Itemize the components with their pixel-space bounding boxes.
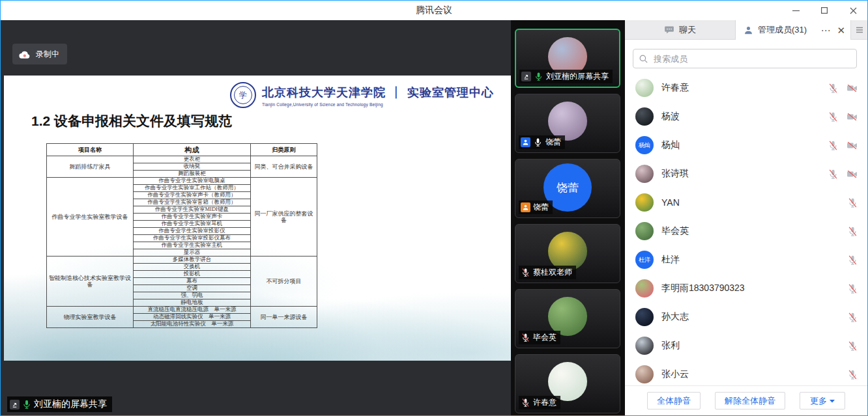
participant-filmstrip: 刘亚楠的屏幕共享 饶蕾饶蕾 饶蕾 蔡桂双老师 毕会英 许春意 <box>511 20 625 415</box>
table-row: 智能制造核心技术实验室教学设备多媒体教学讲台不可拆分项目 <box>47 257 317 264</box>
member-list[interactable]: 许春意 杨波 杨灿 杨灿 张诗琪 <box>625 74 867 385</box>
member-name: 杜洋 <box>661 254 680 266</box>
participant-tile[interactable]: 刘亚楠的屏幕共享 <box>515 29 620 88</box>
member-row[interactable]: YAN <box>625 188 867 217</box>
avatar <box>635 107 654 126</box>
member-name: 杨灿 <box>661 139 680 151</box>
mic-muted-icon[interactable] <box>847 197 858 208</box>
member-row[interactable]: 李明雨18303790323 <box>625 274 867 303</box>
panel-footer: 全体静音 解除全体静音 更多 <box>625 385 867 415</box>
camera-muted-icon[interactable] <box>846 83 858 94</box>
slide-table-header-row: 项目名称构成归类原则 <box>47 144 317 156</box>
component-cell: 作曲专业学生实验室声卡（教师用） <box>134 192 251 199</box>
participant-tile[interactable]: 饶蕾 <box>515 94 620 153</box>
mic-muted-icon[interactable] <box>828 140 839 151</box>
member-row[interactable]: 杜洋 杜洋 <box>625 245 867 274</box>
component-cell: 舞蹈服装柜 <box>134 171 251 178</box>
camera-muted-icon[interactable] <box>846 111 858 122</box>
avatar: 杨灿 <box>635 136 654 154</box>
school-name-en: Tianjin College,University of Science an… <box>262 102 494 107</box>
more-options-icon[interactable]: ⋯ <box>820 25 830 35</box>
table-header-cell: 项目名称 <box>47 144 134 156</box>
mute-all-button[interactable]: 全体静音 <box>647 392 701 409</box>
more-button[interactable]: 更多 <box>800 392 845 409</box>
component-cell: 强、弱电 <box>134 292 251 299</box>
member-name: 许春意 <box>661 82 689 94</box>
caret-down-icon <box>830 399 835 403</box>
avatar <box>635 365 654 383</box>
collapse-panel-button[interactable] <box>850 20 867 40</box>
member-row[interactable]: 张诗琪 <box>625 159 867 188</box>
component-cell: 空调 <box>134 285 251 292</box>
component-cell: 作曲专业学生实验室投影仪 <box>134 228 251 235</box>
mic-muted-icon[interactable] <box>828 169 839 180</box>
participant-name: 毕会英 <box>533 332 557 343</box>
rule-cell: 同一单一来源设备 <box>251 307 317 328</box>
camera-muted-icon[interactable] <box>846 140 858 151</box>
avatar <box>635 222 654 240</box>
member-row[interactable]: 杨灿 杨灿 <box>625 131 867 159</box>
screen-share-icon <box>521 72 531 81</box>
member-row[interactable]: 杨波 <box>625 102 867 131</box>
tab-members[interactable]: 管理成员(31) ⋯ ✕ <box>736 20 850 40</box>
member-row[interactable]: 许春意 <box>625 74 867 102</box>
member-row[interactable]: 张利 <box>625 331 867 360</box>
project-name-cell: 舞蹈排练厅家具 <box>47 156 134 178</box>
component-cell: 作曲专业学生实验室MIDI键盘 <box>134 206 251 214</box>
mic-muted-icon[interactable] <box>847 312 858 323</box>
table-row: 作曲专业学生实验室教学设备作曲专业学生实验室电脑桌同一厂家供应的整套设备 <box>47 178 317 185</box>
avatar <box>635 193 654 212</box>
component-cell: 作曲专业学生实验室声卡 <box>134 214 251 221</box>
header-separator: 丨 <box>390 84 403 102</box>
mic-on-icon[interactable] <box>534 72 543 81</box>
member-badge-icon <box>521 202 530 212</box>
participant-tile[interactable]: 毕会英 <box>515 289 620 348</box>
member-row[interactable]: 孙大志 <box>625 303 867 331</box>
component-cell: 显示器 <box>134 249 251 257</box>
table-row: 物理实验室教学设备直流稳压电直流稳压电源 单一来源同一单一来源设备 <box>47 307 317 314</box>
participant-tile[interactable]: 许春意 <box>515 354 620 413</box>
member-name: 李明雨18303790323 <box>661 283 745 294</box>
camera-muted-icon[interactable] <box>846 169 858 180</box>
participant-name: 饶蕾 <box>545 137 561 148</box>
chat-icon <box>664 25 674 35</box>
mic-muted-icon[interactable] <box>521 333 530 342</box>
mic-muted-icon[interactable] <box>847 283 858 294</box>
window-controls <box>781 1 867 20</box>
member-icon <box>744 25 753 35</box>
member-name: 张利 <box>661 340 680 352</box>
participant-label: 毕会英 <box>519 331 560 344</box>
minimize-button[interactable] <box>781 1 810 20</box>
recording-label: 录制中 <box>36 49 59 60</box>
member-row[interactable]: 张小云 <box>625 360 867 385</box>
window-title: 腾讯会议 <box>1 5 867 16</box>
member-row[interactable]: 毕会英 <box>625 217 867 245</box>
maximize-button[interactable] <box>810 1 839 20</box>
table-header-cell: 归类原则 <box>251 144 317 156</box>
mic-muted-icon[interactable] <box>847 369 858 380</box>
close-button[interactable] <box>839 1 867 20</box>
member-search[interactable] <box>633 49 857 68</box>
member-name: 毕会英 <box>661 225 689 237</box>
participant-name: 许春意 <box>533 397 557 408</box>
component-cell: 幕布 <box>134 278 251 285</box>
mic-muted-icon[interactable] <box>847 340 858 352</box>
component-cell: 收纳凳 <box>134 163 251 171</box>
tab-chat[interactable]: 聊天 <box>625 20 736 40</box>
mic-muted-icon[interactable] <box>828 83 839 94</box>
close-panel-icon[interactable]: ✕ <box>837 25 845 35</box>
mic-muted-icon[interactable] <box>521 268 530 277</box>
main-content: 录制中 学 北京科技大学天津学院 丨 实验室管理中心 Tianjin Colle… <box>1 20 867 415</box>
mic-muted-icon[interactable] <box>847 255 858 266</box>
unmute-all-button[interactable]: 解除全体静音 <box>715 392 785 409</box>
search-input[interactable] <box>652 53 851 64</box>
mic-muted-icon[interactable] <box>521 398 530 408</box>
recording-badge: 录制中 <box>12 44 67 64</box>
mic-muted-icon[interactable] <box>847 226 858 237</box>
mic-on-icon[interactable] <box>533 137 543 147</box>
participant-tile[interactable]: 饶蕾 饶蕾 <box>515 159 620 218</box>
mic-muted-icon[interactable] <box>828 111 839 122</box>
component-cell: 动态磁滞回线实验仪 单一来源 <box>134 314 251 321</box>
participant-tile[interactable]: 蔡桂双老师 <box>515 224 620 283</box>
university-seal-icon: 学 <box>230 82 256 108</box>
